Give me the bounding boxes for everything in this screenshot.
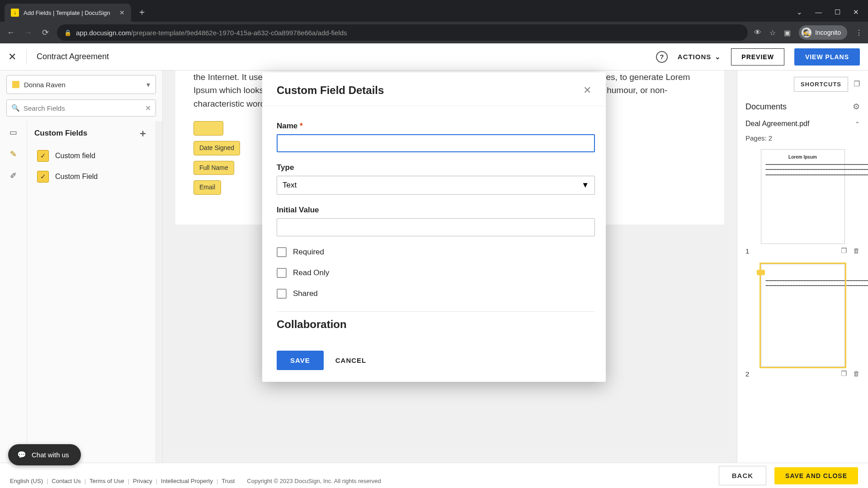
required-checkbox[interactable] <box>277 247 287 257</box>
section-divider <box>277 311 595 312</box>
modal-footer: SAVE CANCEL <box>262 344 606 382</box>
readonly-label: Read Only <box>293 268 329 277</box>
custom-field-modal: Custom Field Details ✕ Name * Type Text … <box>262 72 606 382</box>
readonly-checkbox-row: Read Only <box>277 268 595 278</box>
modal-title: Custom Field Details <box>277 84 384 97</box>
shared-checkbox[interactable] <box>277 289 287 299</box>
chevron-down-icon: ▼ <box>581 181 589 190</box>
shared-label: Shared <box>293 289 318 298</box>
modal-header: Custom Field Details ✕ <box>262 72 606 106</box>
type-select[interactable]: Text ▼ <box>277 176 595 195</box>
type-label: Type <box>277 163 595 172</box>
name-label: Name * <box>277 122 595 131</box>
modal-body: Name * Type Text ▼ Initial Value Require… <box>262 106 606 344</box>
required-label: Required <box>293 248 324 257</box>
save-button[interactable]: SAVE <box>277 351 324 370</box>
readonly-checkbox[interactable] <box>277 268 287 278</box>
initial-value-input[interactable] <box>277 218 595 236</box>
required-checkbox-row: Required <box>277 247 595 257</box>
collaboration-section-header: Collaboration <box>277 318 595 331</box>
cancel-button[interactable]: CANCEL <box>335 357 367 364</box>
modal-close-icon[interactable]: ✕ <box>583 84 591 96</box>
type-value: Text <box>283 181 297 190</box>
initial-value-label: Initial Value <box>277 206 595 215</box>
name-input[interactable] <box>277 134 595 152</box>
shared-checkbox-row: Shared <box>277 289 595 299</box>
